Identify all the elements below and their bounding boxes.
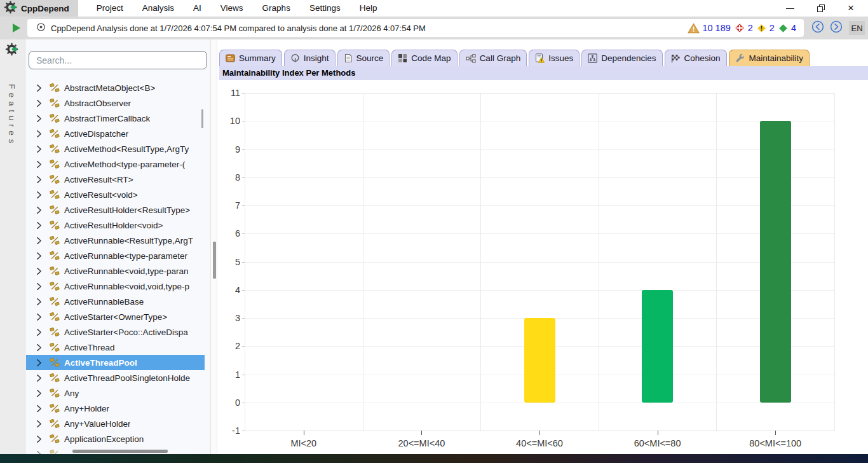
panel-scrollbar[interactable]	[210, 39, 217, 454]
badge-warnings[interactable]: 10 189	[688, 23, 730, 34]
chevron-right-icon[interactable]	[34, 221, 44, 230]
chevron-right-icon[interactable]	[34, 251, 44, 261]
tree-item-activeresult-void[interactable]: ActiveResult<void>	[26, 187, 205, 202]
chevron-right-icon[interactable]	[34, 236, 44, 245]
chevron-right-icon[interactable]	[34, 419, 44, 429]
bar-80-mi-100[interactable]	[760, 121, 791, 403]
analysis-target-icon	[36, 22, 46, 34]
tab-cohesion[interactable]: Cohesion	[665, 50, 727, 66]
badge-critical-rules[interactable]: 2	[734, 22, 753, 34]
tree-item-any-holder[interactable]: Any+Holder	[26, 401, 205, 416]
forward-icon[interactable]	[830, 20, 843, 36]
chevron-right-icon[interactable]	[34, 144, 44, 154]
tab-call-graph[interactable]: Call Graph	[459, 50, 527, 66]
tree-item-activeresultholder-void[interactable]: ActiveResultHolder<void>	[26, 218, 205, 233]
language-button[interactable]: EN	[849, 21, 865, 35]
tree-item-abstractobserver[interactable]: AbstractObserver	[26, 95, 205, 111]
badge-violated-rules[interactable]: 2	[756, 23, 775, 34]
tab-code-map[interactable]: Code Map	[391, 50, 457, 66]
tree-item-activemethod-type-parameter[interactable]: ActiveMethod<type-parameter-(	[26, 156, 205, 172]
chevron-right-icon[interactable]	[34, 205, 44, 215]
cppdepend-gear-icon	[4, 1, 17, 17]
tree-item-activerunnable-void-type-paran[interactable]: ActiveRunnable<void,type-paran	[26, 263, 205, 279]
tree-item-activeresult-rt[interactable]: ActiveResult<RT>	[26, 172, 205, 187]
tab-issues[interactable]: Issues	[529, 50, 580, 66]
features-gear-icon[interactable]	[5, 43, 18, 59]
tree-item-activethread[interactable]: ActiveThread	[26, 340, 205, 355]
menu-settings[interactable]: Settings	[300, 0, 350, 17]
tree-item-label: AbstractObserver	[64, 99, 131, 108]
tree-item-activestarter-poco-activedispa[interactable]: ActiveStarter<Poco::ActiveDispa	[26, 324, 205, 340]
x-axis-tick	[304, 431, 304, 435]
tree-item-abstracttimercallback[interactable]: AbstractTimerCallback	[26, 111, 205, 126]
chevron-right-icon[interactable]	[34, 312, 44, 322]
tab-source[interactable]: Source	[337, 50, 390, 66]
tab-label: Summary	[239, 53, 276, 63]
menu-bar: ProjectAnalysisAIViewsGraphsSettingsHelp	[87, 0, 387, 17]
menu-project[interactable]: Project	[87, 0, 133, 17]
chevron-right-icon[interactable]	[34, 266, 44, 276]
chevron-right-icon[interactable]	[34, 175, 44, 184]
tab-insight[interactable]: Insight	[284, 50, 336, 66]
tree-item-label: ActiveThread	[64, 343, 115, 352]
tree-item-activethreadpoolsingletonholde[interactable]: ActiveThreadPoolSingletonHolde	[26, 370, 205, 385]
tab-maintainability[interactable]: Maintainability	[729, 50, 810, 66]
y-tick-label: 10	[217, 116, 240, 126]
tree-item-any-valueholder[interactable]: Any+ValueHolder	[26, 416, 205, 431]
panel-scrollbar-thumb[interactable]	[213, 242, 216, 279]
tree-horizontal-scrollbar-thumb[interactable]	[72, 450, 168, 453]
menu-help[interactable]: Help	[350, 0, 387, 17]
chevron-right-icon[interactable]	[34, 343, 44, 352]
chevron-right-icon[interactable]	[34, 297, 44, 307]
tree-item-applicationexception[interactable]: ApplicationException	[26, 431, 205, 446]
badge-ok-rules[interactable]: 4	[778, 23, 796, 34]
chevron-right-icon[interactable]	[34, 99, 44, 108]
tab-summary[interactable]: Summary	[219, 50, 282, 66]
x-axis-tick	[539, 431, 540, 435]
menu-ai[interactable]: AI	[184, 0, 211, 17]
tree-item-abstractmetaobject-b[interactable]: AbstractMetaObject<B>	[26, 80, 205, 95]
restore-icon[interactable]	[817, 4, 825, 12]
tree-item-activemethod-resulttype-argty[interactable]: ActiveMethod<ResultType,ArgTy	[26, 141, 205, 156]
tree-item-activeresultholder-resulttype[interactable]: ActiveResultHolder<ResultType>	[26, 202, 205, 218]
y-tick-label: 0	[217, 397, 240, 408]
menu-graphs[interactable]: Graphs	[253, 0, 300, 17]
run-analysis-icon[interactable]	[13, 24, 20, 32]
chevron-right-icon[interactable]	[34, 83, 44, 93]
tree-item-label: ActiveResult<RT>	[64, 175, 133, 184]
menu-analysis[interactable]: Analysis	[133, 0, 184, 17]
search-input[interactable]	[29, 51, 207, 69]
chevron-right-icon[interactable]	[34, 404, 44, 413]
tree-item-label: ActiveDispatcher	[64, 129, 128, 139]
chevron-right-icon[interactable]	[34, 160, 44, 169]
tree-scrollbar-thumb[interactable]	[201, 109, 203, 128]
class-icon	[50, 434, 60, 444]
menu-views[interactable]: Views	[211, 0, 253, 17]
chevron-right-icon[interactable]	[34, 389, 44, 398]
tree-item-any[interactable]: Any	[26, 385, 205, 401]
bar-40-mi-60[interactable]	[524, 318, 555, 403]
x-axis-tick	[775, 431, 776, 435]
chevron-right-icon[interactable]	[34, 190, 44, 200]
chevron-right-icon[interactable]	[34, 282, 44, 291]
chevron-right-icon[interactable]	[34, 373, 44, 383]
window-controls: ×	[786, 4, 868, 13]
tab-dependencies[interactable]: Dependencies	[581, 50, 662, 66]
tree-item-activerunnablebase[interactable]: ActiveRunnableBase	[26, 294, 205, 309]
chevron-right-icon[interactable]	[34, 114, 44, 123]
chevron-right-icon[interactable]	[34, 328, 44, 337]
back-icon[interactable]	[811, 20, 824, 36]
chevron-right-icon[interactable]	[34, 450, 44, 455]
bar-60-mi-80[interactable]	[642, 290, 673, 403]
minimize-icon[interactable]	[786, 8, 794, 9]
tree-item-activerunnable-void-void-type-p[interactable]: ActiveRunnable<void,void,type-p	[26, 279, 205, 294]
tree-item-activestarter-ownertype[interactable]: ActiveStarter<OwnerType>	[26, 309, 205, 324]
tree-item-activerunnable-type-parameter[interactable]: ActiveRunnable<type-parameter	[26, 248, 205, 263]
tree-item-activethreadpool[interactable]: ActiveThreadPool	[26, 355, 205, 370]
close-icon[interactable]: ×	[848, 4, 854, 13]
chevron-right-icon[interactable]	[34, 129, 44, 139]
tree-item-activerunnable-resulttype-argt[interactable]: ActiveRunnable<ResultType,ArgT	[26, 233, 205, 248]
chevron-right-icon[interactable]	[34, 358, 44, 368]
tree-item-activedispatcher[interactable]: ActiveDispatcher	[26, 126, 205, 141]
chevron-right-icon[interactable]	[34, 434, 44, 444]
